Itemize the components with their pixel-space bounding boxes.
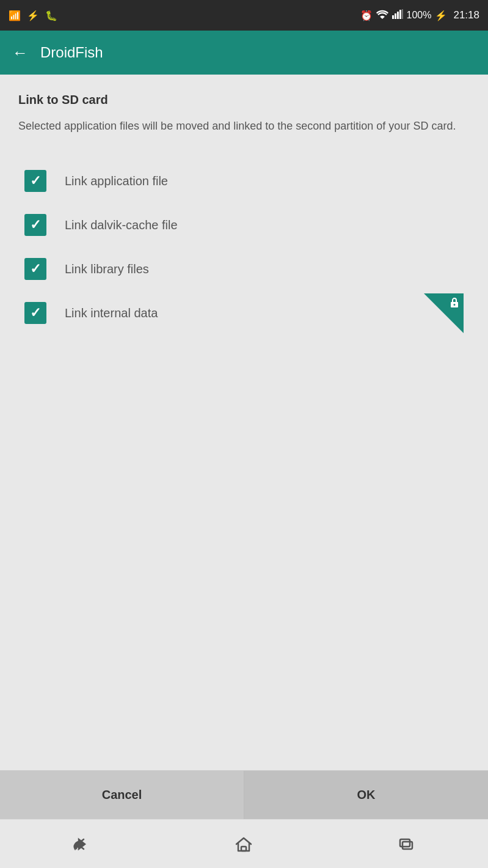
bottom-buttons: Cancel OK: [0, 770, 488, 819]
bug-icon: 🐛: [45, 10, 57, 21]
charging-icon: ⚡: [435, 10, 447, 21]
checkmark-icon: ✓: [30, 261, 41, 277]
checkbox-item-link-app-file[interactable]: ✓ Link application file: [18, 159, 470, 203]
lock-badge: [424, 293, 464, 333]
wifi-icon: [376, 9, 388, 21]
status-right-icons: ⏰ 100% ⚡ 21:18: [360, 9, 479, 21]
checkbox-label-link-library: Link library files: [65, 262, 464, 276]
checkbox-list: ✓ Link application file ✓ Link dalvik-ca…: [18, 159, 470, 335]
svg-rect-4: [402, 9, 403, 19]
checkbox-item-link-dalvik[interactable]: ✓ Link dalvik-cache file: [18, 203, 470, 247]
svg-rect-7: [241, 847, 246, 851]
svg-rect-0: [392, 15, 394, 19]
usb-icon: ⚡: [27, 10, 39, 21]
svg-point-6: [454, 304, 456, 306]
checkbox-label-link-internal: Link internal data: [65, 306, 464, 320]
checkbox-link-dalvik[interactable]: ✓: [24, 214, 46, 236]
checkmark-icon: ✓: [30, 217, 41, 233]
nav-bar: [0, 819, 488, 868]
checkmark-icon: ✓: [30, 305, 41, 321]
checkbox-item-link-library[interactable]: ✓ Link library files: [18, 247, 470, 291]
back-nav-button[interactable]: [71, 834, 91, 854]
back-button[interactable]: ←: [12, 43, 28, 62]
signal-icon: [392, 9, 403, 21]
svg-rect-8: [400, 839, 410, 847]
checkbox-link-app-file[interactable]: ✓: [24, 170, 46, 192]
app-title: DroidFish: [40, 44, 103, 61]
section-title: Link to SD card: [18, 93, 470, 107]
checkbox-link-internal[interactable]: ✓: [24, 302, 46, 324]
clock-icon: ⏰: [360, 10, 373, 21]
svg-rect-2: [397, 12, 399, 19]
notification-100-icon: 📶: [9, 10, 21, 21]
home-nav-button[interactable]: [234, 834, 253, 854]
checkbox-item-link-internal[interactable]: ✓ Link internal data: [18, 291, 470, 335]
battery-percentage: 100%: [407, 10, 432, 21]
app-bar: ← DroidFish: [0, 31, 488, 75]
status-bar: 📶 ⚡ 🐛 ⏰ 100% ⚡ 21:18: [0, 0, 488, 31]
checkbox-link-library[interactable]: ✓: [24, 258, 46, 280]
status-left-icons: 📶 ⚡ 🐛: [9, 10, 57, 21]
section-description: Selected application files will be moved…: [18, 118, 470, 134]
checkmark-icon: ✓: [30, 173, 41, 189]
cancel-button[interactable]: Cancel: [0, 771, 244, 819]
main-content: Link to SD card Selected application fil…: [0, 75, 488, 770]
svg-rect-9: [402, 842, 412, 849]
lock-icon: [448, 296, 461, 312]
checkbox-label-link-dalvik: Link dalvik-cache file: [65, 218, 464, 232]
checkbox-label-link-app-file: Link application file: [65, 174, 464, 188]
recent-nav-button[interactable]: [397, 834, 417, 854]
status-time: 21:18: [453, 9, 479, 21]
svg-rect-3: [399, 10, 401, 19]
svg-rect-1: [395, 13, 396, 19]
ok-button[interactable]: OK: [244, 771, 488, 819]
